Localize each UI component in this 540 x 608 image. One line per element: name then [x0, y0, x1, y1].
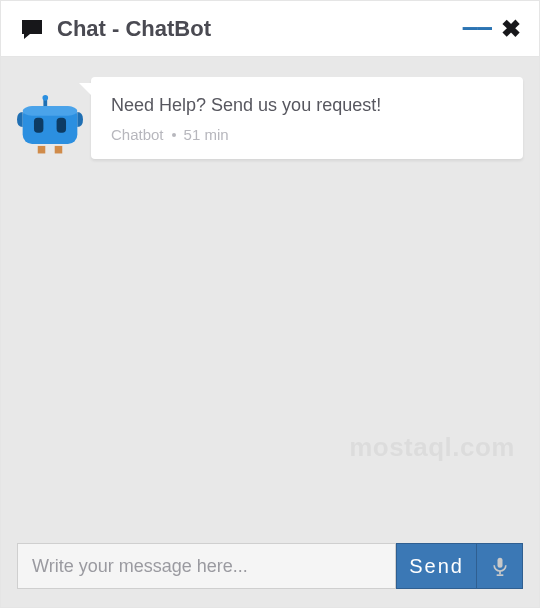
svg-rect-5: [57, 118, 66, 133]
message-bubble: Need Help? Send us you request! Chatbot …: [91, 77, 523, 159]
watermark: mostaql.com: [349, 432, 515, 463]
svg-rect-8: [497, 558, 502, 568]
svg-rect-4: [34, 118, 43, 133]
send-button[interactable]: Send: [396, 543, 477, 589]
mic-button[interactable]: [477, 543, 523, 589]
chat-header: Chat - ChatBot –– ✖: [1, 1, 539, 57]
bot-message-row: Need Help? Send us you request! Chatbot …: [17, 77, 523, 161]
header-actions: –– ✖: [462, 15, 521, 43]
messages-area: Need Help? Send us you request! Chatbot …: [1, 57, 539, 533]
svg-rect-7: [55, 146, 63, 154]
composer: Send: [1, 533, 539, 607]
message-input[interactable]: [17, 543, 396, 589]
message-sender: Chatbot: [111, 126, 164, 143]
meta-separator-dot: [172, 133, 176, 137]
chat-window: Chat - ChatBot –– ✖: [0, 0, 540, 608]
svg-rect-10: [496, 574, 503, 576]
message-meta: Chatbot 51 min: [111, 126, 503, 143]
message-text: Need Help? Send us you request!: [111, 95, 503, 116]
bot-avatar: [17, 95, 83, 161]
microphone-icon: [490, 556, 510, 576]
minimize-icon[interactable]: ––: [462, 24, 491, 30]
svg-point-1: [42, 95, 48, 101]
message-bubble-wrap: Need Help? Send us you request! Chatbot …: [91, 77, 523, 159]
close-icon[interactable]: ✖: [501, 15, 521, 43]
message-time: 51 min: [184, 126, 229, 143]
bubble-tail: [79, 83, 95, 99]
svg-rect-3: [23, 106, 78, 115]
svg-rect-9: [499, 571, 501, 574]
svg-rect-6: [38, 146, 46, 154]
chat-title: Chat - ChatBot: [57, 16, 462, 42]
chat-icon: [19, 17, 45, 41]
